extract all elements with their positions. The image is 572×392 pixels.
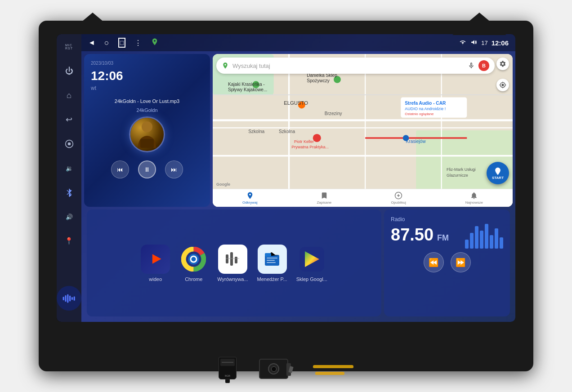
power-icon[interactable]: ⏻ [61,63,77,79]
clock-time: 12:06 [492,39,509,47]
status-indicators: 17 12:06 [459,39,509,47]
files-app-label: Menedżer P... [257,276,287,282]
trim-accessory [313,365,353,375]
location-sidebar-icon[interactable]: 📍 [61,233,77,249]
start-label: START [492,176,504,180]
map-roads-svg: Kajaki Krasieńka - Spływy Kajakowe... Da… [213,54,513,207]
chrome-app-icon [179,245,208,274]
map-latest-tab[interactable]: Najnowsze [465,192,483,205]
mic-label: MIC RST [61,39,77,55]
album-art [129,116,165,152]
mic-search-icon[interactable] [468,62,475,69]
map-discover-tab[interactable]: Odkrywaj [242,192,257,205]
map-panel[interactable]: Kajaki Krasieńka - Spływy Kajakowe... Da… [213,54,513,207]
svg-text:Glazurnicze: Glazurnicze [447,173,468,178]
music-time: 12:06 [91,69,203,83]
map-bottom-bar: Odkrywaj Zapisane [213,189,513,207]
bluetooth-icon[interactable] [61,184,77,200]
map-saved-tab[interactable]: Zapisane [317,192,331,205]
svg-text:Prywatna Praktyka...: Prywatna Praktyka... [291,145,329,149]
svg-text:Ostatnio oglądane: Ostatnio oglądane [405,112,434,116]
map-search-bar[interactable]: Wyszukaj tutaj B [216,58,495,74]
app-chrome[interactable]: Chrome [179,245,208,282]
svg-text:Piotr Keller: Piotr Keller [294,139,314,144]
svg-rect-3 [65,295,66,301]
artist-name: 24kGoldn [91,107,203,113]
left-sidebar: MIC RST ⏻ ⌂ ↩ 🔉 [57,34,81,322]
svg-text:Brzeziny: Brzeziny [325,111,343,116]
svg-rect-60 [267,262,276,263]
accessories: 8GB [219,357,353,383]
back-nav-icon[interactable]: ◄ [88,39,95,47]
wave-bar-1 [465,240,469,249]
radio-prev-btn[interactable]: ⏪ [424,252,444,272]
home-sidebar-icon[interactable]: ⌂ [61,87,77,103]
device-base [214,320,358,342]
music-panel: 2023/10/03 12:06 wt 24kGoldn - Love Or L… [84,54,210,207]
radio-waveform [465,226,503,249]
saved-label: Zapisane [317,200,331,205]
radio-controls: ⏪ ⏩ [391,252,503,272]
svg-rect-9 [140,139,154,148]
back-sidebar-icon[interactable]: ↩ [61,111,77,128]
vol-up-icon[interactable]: 🔊 [61,209,77,225]
volume-icon [470,39,478,47]
wifi-icon [459,39,467,47]
wave-bar-7 [495,228,498,249]
profile-btn[interactable]: B [478,60,489,71]
home-nav-icon[interactable]: ○ [104,38,109,48]
svg-text:Szkolna: Szkolna [248,129,264,134]
maps-nav-icon[interactable] [151,38,159,48]
music-date: 2023/10/03 [91,61,203,66]
map-location-btn[interactable] [496,79,509,91]
wave-bar-2 [470,233,474,249]
app-equalizer[interactable]: Wyrównywa... [217,245,248,282]
svg-text:AUDIO na Androidzie !: AUDIO na Androidzie ! [405,107,446,111]
vol-down-icon[interactable]: 🔉 [61,160,77,176]
prev-btn[interactable]: ⏮ [111,160,129,178]
main-content: ◄ ○ □ ⋮ [81,34,515,322]
svg-text:Fliz-Mark Usługi: Fliz-Mark Usługi [447,167,476,172]
svg-text:ELGUSTO: ELGUSTO [284,100,308,106]
svg-marker-47 [152,254,161,264]
nav-buttons: ◄ ○ □ ⋮ [88,38,159,48]
svg-text:Szkolna: Szkolna [279,129,295,134]
recent-nav-icon[interactable]: □ [118,38,125,48]
radio-frequency: 87.50 [391,226,433,243]
wave-bar-3 [475,226,478,249]
map-publish-tab[interactable]: Opublikuj [391,192,406,205]
top-panels-row: 2023/10/03 12:06 wt 24kGoldn - Love Or L… [84,54,513,207]
radio-sidebar-icon[interactable] [61,136,77,152]
svg-rect-6 [71,297,72,299]
app-video[interactable]: wideo [141,245,170,282]
status-bar: ◄ ○ □ ⋮ [81,34,515,51]
app-playstore[interactable]: Sklep Googl... [296,245,327,282]
map-settings-btn[interactable] [496,58,509,70]
song-title: 24kGoldn - Love Or Lust.mp3 [91,98,203,104]
sd-card-accessory: 8GB [219,357,237,383]
sd-capacity-label: 8GB [225,374,230,377]
svg-text:Krasiejów: Krasiejów [406,139,426,144]
chrome-app-label: Chrome [185,276,202,282]
publish-label: Opublikuj [391,200,406,205]
radio-next-btn[interactable]: ⏩ [451,252,471,272]
menu-nav-icon[interactable]: ⋮ [134,39,142,47]
svg-rect-4 [67,294,68,303]
svg-rect-5 [69,295,71,301]
google-logo: Google [216,182,230,187]
svg-rect-59 [267,260,275,261]
bottom-panels-row: wideo [84,209,513,319]
screen: MIC RST ⏻ ⌂ ↩ 🔉 [57,34,515,322]
battery-level: 17 [481,40,487,46]
svg-point-8 [142,121,152,132]
svg-point-51 [192,257,196,261]
svg-point-1 [67,143,71,146]
app-files[interactable]: Menedżer P... [257,245,287,282]
next-btn[interactable]: ⏭ [165,160,183,178]
svg-rect-7 [73,296,75,301]
wave-bar-6 [490,235,493,249]
audio-wave-button[interactable] [57,286,81,311]
latest-label: Najnowsze [465,200,483,205]
play-pause-btn[interactable]: ⏸ [138,160,156,178]
map-start-btn[interactable]: START [487,162,509,184]
